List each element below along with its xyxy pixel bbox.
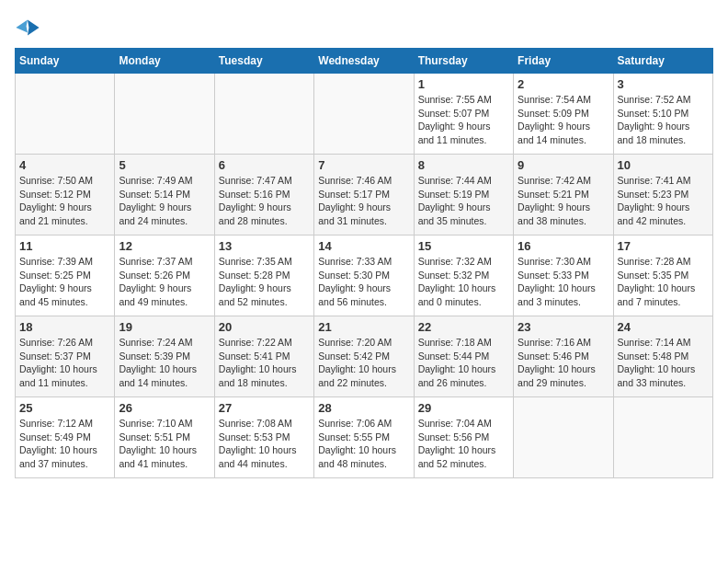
week-row-1: 1Sunrise: 7:55 AM Sunset: 5:07 PM Daylig… xyxy=(16,74,713,155)
day-cell: 5Sunrise: 7:49 AM Sunset: 5:14 PM Daylig… xyxy=(115,155,214,236)
day-cell: 26Sunrise: 7:10 AM Sunset: 5:51 PM Dayli… xyxy=(115,397,214,478)
day-info: Sunrise: 7:22 AM Sunset: 5:41 PM Dayligh… xyxy=(219,336,310,390)
day-info: Sunrise: 7:06 AM Sunset: 5:55 PM Dayligh… xyxy=(318,417,409,471)
day-cell: 27Sunrise: 7:08 AM Sunset: 5:53 PM Dayli… xyxy=(214,397,313,478)
day-number: 25 xyxy=(19,401,110,415)
day-cell: 16Sunrise: 7:30 AM Sunset: 5:33 PM Dayli… xyxy=(514,236,613,316)
week-row-5: 25Sunrise: 7:12 AM Sunset: 5:49 PM Dayli… xyxy=(16,397,713,478)
day-cell: 29Sunrise: 7:04 AM Sunset: 5:56 PM Dayli… xyxy=(414,397,513,478)
col-header-sunday: Sunday xyxy=(16,49,115,74)
day-number: 29 xyxy=(418,401,509,415)
col-header-saturday: Saturday xyxy=(613,49,712,74)
day-number: 28 xyxy=(318,401,409,415)
day-number: 26 xyxy=(119,401,210,415)
day-cell xyxy=(16,74,115,155)
day-number: 4 xyxy=(19,158,110,172)
day-info: Sunrise: 7:14 AM Sunset: 5:48 PM Dayligh… xyxy=(618,336,709,390)
day-cell: 24Sunrise: 7:14 AM Sunset: 5:48 PM Dayli… xyxy=(613,316,712,397)
day-info: Sunrise: 7:46 AM Sunset: 5:17 PM Dayligh… xyxy=(318,174,409,228)
day-cell: 15Sunrise: 7:32 AM Sunset: 5:32 PM Dayli… xyxy=(414,236,513,316)
day-cell xyxy=(115,74,214,155)
day-number: 19 xyxy=(119,320,210,334)
day-info: Sunrise: 7:32 AM Sunset: 5:32 PM Dayligh… xyxy=(418,255,509,309)
logo-icon xyxy=(15,15,40,40)
day-info: Sunrise: 7:30 AM Sunset: 5:33 PM Dayligh… xyxy=(518,255,609,309)
day-cell: 9Sunrise: 7:42 AM Sunset: 5:21 PM Daylig… xyxy=(514,155,613,236)
day-cell: 3Sunrise: 7:52 AM Sunset: 5:10 PM Daylig… xyxy=(613,74,712,155)
day-info: Sunrise: 7:12 AM Sunset: 5:49 PM Dayligh… xyxy=(19,417,110,471)
day-number: 5 xyxy=(119,158,210,172)
day-cell: 13Sunrise: 7:35 AM Sunset: 5:28 PM Dayli… xyxy=(214,236,313,316)
logo xyxy=(15,15,44,40)
day-number: 15 xyxy=(418,239,509,253)
page-header xyxy=(15,15,713,40)
day-info: Sunrise: 7:26 AM Sunset: 5:37 PM Dayligh… xyxy=(19,336,110,390)
day-cell: 4Sunrise: 7:50 AM Sunset: 5:12 PM Daylig… xyxy=(16,155,115,236)
day-cell: 11Sunrise: 7:39 AM Sunset: 5:25 PM Dayli… xyxy=(16,236,115,316)
day-number: 12 xyxy=(119,239,210,253)
day-cell: 28Sunrise: 7:06 AM Sunset: 5:55 PM Dayli… xyxy=(314,397,414,478)
day-cell: 21Sunrise: 7:20 AM Sunset: 5:42 PM Dayli… xyxy=(314,316,414,397)
day-cell: 6Sunrise: 7:47 AM Sunset: 5:16 PM Daylig… xyxy=(214,155,313,236)
day-cell: 10Sunrise: 7:41 AM Sunset: 5:23 PM Dayli… xyxy=(613,155,712,236)
day-number: 20 xyxy=(219,320,310,334)
col-header-thursday: Thursday xyxy=(414,49,513,74)
day-cell xyxy=(514,397,613,478)
day-cell: 8Sunrise: 7:44 AM Sunset: 5:19 PM Daylig… xyxy=(414,155,513,236)
day-number: 23 xyxy=(518,320,609,334)
day-info: Sunrise: 7:49 AM Sunset: 5:14 PM Dayligh… xyxy=(119,174,210,228)
day-info: Sunrise: 7:44 AM Sunset: 5:19 PM Dayligh… xyxy=(418,174,509,228)
day-info: Sunrise: 7:50 AM Sunset: 5:12 PM Dayligh… xyxy=(19,174,110,228)
day-info: Sunrise: 7:39 AM Sunset: 5:25 PM Dayligh… xyxy=(19,255,110,309)
day-cell xyxy=(613,397,712,478)
day-cell xyxy=(214,74,313,155)
day-cell: 19Sunrise: 7:24 AM Sunset: 5:39 PM Dayli… xyxy=(115,316,214,397)
day-cell: 12Sunrise: 7:37 AM Sunset: 5:26 PM Dayli… xyxy=(115,236,214,316)
day-number: 16 xyxy=(518,239,609,253)
col-header-wednesday: Wednesday xyxy=(314,49,414,74)
day-cell: 22Sunrise: 7:18 AM Sunset: 5:44 PM Dayli… xyxy=(414,316,513,397)
day-info: Sunrise: 7:54 AM Sunset: 5:09 PM Dayligh… xyxy=(518,93,609,147)
day-info: Sunrise: 7:41 AM Sunset: 5:23 PM Dayligh… xyxy=(618,174,709,228)
day-cell: 1Sunrise: 7:55 AM Sunset: 5:07 PM Daylig… xyxy=(414,74,513,155)
day-number: 9 xyxy=(518,158,609,172)
day-info: Sunrise: 7:04 AM Sunset: 5:56 PM Dayligh… xyxy=(418,417,509,471)
col-header-tuesday: Tuesday xyxy=(214,49,313,74)
day-info: Sunrise: 7:55 AM Sunset: 5:07 PM Dayligh… xyxy=(418,93,509,147)
svg-marker-1 xyxy=(16,20,28,33)
day-cell: 14Sunrise: 7:33 AM Sunset: 5:30 PM Dayli… xyxy=(314,236,414,316)
day-info: Sunrise: 7:20 AM Sunset: 5:42 PM Dayligh… xyxy=(318,336,409,390)
day-number: 22 xyxy=(418,320,509,334)
day-info: Sunrise: 7:28 AM Sunset: 5:35 PM Dayligh… xyxy=(618,255,709,309)
day-number: 6 xyxy=(219,158,310,172)
day-number: 8 xyxy=(418,158,509,172)
day-cell: 2Sunrise: 7:54 AM Sunset: 5:09 PM Daylig… xyxy=(514,74,613,155)
day-number: 10 xyxy=(618,158,709,172)
week-row-2: 4Sunrise: 7:50 AM Sunset: 5:12 PM Daylig… xyxy=(16,155,713,236)
day-info: Sunrise: 7:37 AM Sunset: 5:26 PM Dayligh… xyxy=(119,255,210,309)
day-number: 2 xyxy=(518,77,609,91)
day-cell: 7Sunrise: 7:46 AM Sunset: 5:17 PM Daylig… xyxy=(314,155,414,236)
day-number: 3 xyxy=(618,77,709,91)
day-info: Sunrise: 7:42 AM Sunset: 5:21 PM Dayligh… xyxy=(518,174,609,228)
day-number: 7 xyxy=(318,158,409,172)
week-row-4: 18Sunrise: 7:26 AM Sunset: 5:37 PM Dayli… xyxy=(16,316,713,397)
day-info: Sunrise: 7:10 AM Sunset: 5:51 PM Dayligh… xyxy=(119,417,210,471)
week-row-3: 11Sunrise: 7:39 AM Sunset: 5:25 PM Dayli… xyxy=(16,236,713,316)
day-cell: 20Sunrise: 7:22 AM Sunset: 5:41 PM Dayli… xyxy=(214,316,313,397)
day-cell: 18Sunrise: 7:26 AM Sunset: 5:37 PM Dayli… xyxy=(16,316,115,397)
day-number: 27 xyxy=(219,401,310,415)
day-info: Sunrise: 7:18 AM Sunset: 5:44 PM Dayligh… xyxy=(418,336,509,390)
day-info: Sunrise: 7:35 AM Sunset: 5:28 PM Dayligh… xyxy=(219,255,310,309)
day-number: 1 xyxy=(418,77,509,91)
day-number: 14 xyxy=(318,239,409,253)
day-cell: 17Sunrise: 7:28 AM Sunset: 5:35 PM Dayli… xyxy=(613,236,712,316)
day-number: 17 xyxy=(618,239,709,253)
day-number: 18 xyxy=(19,320,110,334)
day-cell: 25Sunrise: 7:12 AM Sunset: 5:49 PM Dayli… xyxy=(16,397,115,478)
svg-marker-0 xyxy=(28,20,40,36)
col-header-monday: Monday xyxy=(115,49,214,74)
day-number: 21 xyxy=(318,320,409,334)
calendar-table: SundayMondayTuesdayWednesdayThursdayFrid… xyxy=(15,48,713,478)
day-cell xyxy=(314,74,414,155)
